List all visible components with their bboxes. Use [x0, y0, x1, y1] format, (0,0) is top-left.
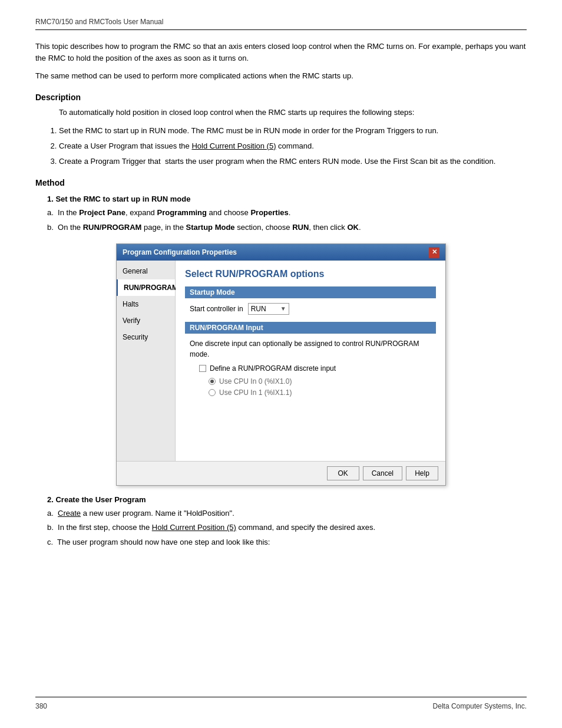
define-checkbox[interactable]	[199, 365, 206, 372]
cancel-button[interactable]: Cancel	[363, 466, 402, 480]
dropdown-arrow-icon: ▼	[280, 305, 286, 312]
startup-mode-row: Start controller in RUN ▼	[190, 303, 436, 315]
description-step-1: Set the RMC to start up in RUN mode. The…	[59, 125, 527, 137]
hold-current-position-link-2[interactable]: Hold Current Position (5)	[152, 523, 236, 532]
intro-para1: This topic describes how to program the …	[35, 41, 527, 64]
ok-button[interactable]: OK	[327, 466, 359, 480]
dialog-title: Program Configuration Properties	[123, 248, 237, 256]
method-heading: Method	[35, 178, 527, 187]
dialog-content: Select RUN/PROGRAM options Startup Mode …	[176, 261, 445, 461]
dialog-sidebar: General RUN/PROGRAM Halts Verify Securit…	[117, 261, 176, 461]
step2-section: 2. Create the User Program a. Create a n…	[35, 495, 527, 549]
step2-line-b: b. In the first step, choose the Hold Cu…	[47, 522, 527, 534]
step2-label: 2. Create the User Program	[47, 495, 527, 504]
radio1-row: Use CPU In 0 (%IX1.0)	[209, 377, 436, 386]
help-button[interactable]: Help	[406, 466, 438, 480]
sidebar-item-general[interactable]: General	[117, 263, 175, 279]
start-controller-label: Start controller in	[190, 305, 243, 313]
sidebar-item-security[interactable]: Security	[117, 329, 175, 345]
footer-company: Delta Computer Systems, Inc.	[433, 702, 527, 710]
step1-line-a: a. In the Project Pane, expand Programmi…	[47, 207, 527, 219]
sidebar-item-halts[interactable]: Halts	[117, 296, 175, 312]
startup-mode-bar: Startup Mode	[185, 286, 436, 298]
run-value: RUN	[251, 305, 266, 313]
radio2-circle[interactable]	[209, 389, 216, 396]
step2-line-a: a. Create a new user program. Name it "H…	[47, 508, 527, 520]
dialog-body: General RUN/PROGRAM Halts Verify Securit…	[117, 261, 445, 461]
step1-line-b: b. On the RUN/PROGRAM page, in the Start…	[47, 222, 527, 234]
dialog-close-button[interactable]: ✕	[429, 247, 439, 258]
radio1-label: Use CPU In 0 (%IX1.0)	[219, 377, 292, 386]
page: RMC70/150 and RMCTools User Manual This …	[0, 0, 562, 728]
dialog-content-title: Select RUN/PROGRAM options	[185, 269, 436, 279]
run-dropdown[interactable]: RUN ▼	[248, 303, 289, 315]
dialog-titlebar: Program Configuration Properties ✕	[117, 244, 445, 261]
radio2-label: Use CPU In 1 (%IX1.1)	[219, 388, 292, 397]
hold-current-position-link[interactable]: Hold Current Position (5)	[191, 141, 276, 150]
description-step-2: Create a User Program that issues the Ho…	[59, 140, 527, 152]
footer-page-number: 380	[35, 702, 47, 710]
description-step-3: Create a Program Trigger that starts the…	[59, 156, 527, 167]
define-checkbox-row: Define a RUN/PROGRAM discrete input	[199, 364, 436, 373]
description-heading: Description	[35, 93, 527, 102]
create-link[interactable]: Create	[58, 509, 81, 518]
sidebar-item-runprogram[interactable]: RUN/PROGRAM	[117, 279, 175, 296]
run-program-input-desc: One discrete input can optionally be ass…	[190, 338, 436, 360]
define-checkbox-label: Define a RUN/PROGRAM discrete input	[210, 364, 336, 373]
sidebar-item-verify[interactable]: Verify	[117, 312, 175, 329]
dialog-footer: OK Cancel Help	[117, 461, 445, 485]
step1-label: 1. Set the RMC to start up in RUN mode	[47, 195, 527, 203]
radio2-row: Use CPU In 1 (%IX1.1)	[209, 388, 436, 397]
description-intro: To automatically hold position in closed…	[59, 107, 527, 118]
page-footer: 380 Delta Computer Systems, Inc.	[35, 697, 527, 710]
intro-para2: The same method can be used to perform m…	[35, 70, 527, 82]
header-title: RMC70/150 and RMCTools User Manual	[35, 18, 163, 26]
radio1-circle[interactable]	[209, 378, 216, 385]
page-header: RMC70/150 and RMCTools User Manual	[35, 18, 527, 30]
run-program-input-bar: RUN/PROGRAM Input	[185, 322, 436, 334]
step2-line-c: c. The user program should now have one …	[47, 536, 527, 549]
description-steps: Set the RMC to start up in RUN mode. The…	[59, 125, 527, 167]
program-config-dialog: Program Configuration Properties ✕ Gener…	[116, 243, 446, 486]
